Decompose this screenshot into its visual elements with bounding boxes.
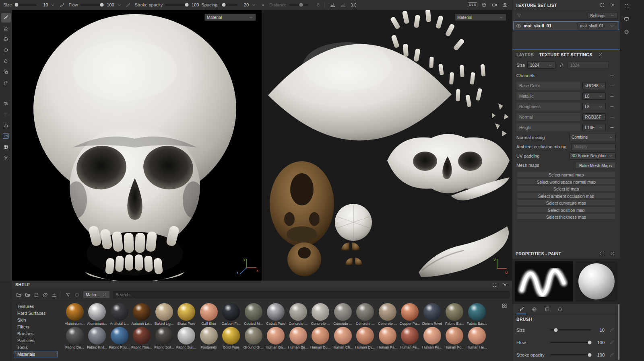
tab-stencil-icon[interactable] <box>542 304 552 314</box>
tab-close-icon[interactable] <box>598 52 604 57</box>
material-item[interactable]: Fabric Knit... <box>86 327 108 349</box>
material-item[interactable]: Fabric Rou... <box>131 327 153 349</box>
size-chevron-icon[interactable] <box>50 2 56 8</box>
spacing-slider-handle[interactable] <box>222 3 225 7</box>
display-settings-icon[interactable] <box>622 14 631 23</box>
flow-slider[interactable] <box>80 4 103 6</box>
channel-name[interactable]: Height <box>516 123 580 131</box>
transform-gizmo-icon[interactable] <box>350 1 358 9</box>
distance-slider[interactable] <box>289 4 308 6</box>
smudge-tool[interactable] <box>1 56 11 66</box>
material-item[interactable]: Human Be... <box>287 327 309 349</box>
brush-stroke-preview[interactable] <box>515 261 573 302</box>
plugins-icon[interactable] <box>1 153 11 162</box>
slider-track[interactable] <box>550 354 591 355</box>
shelf-category-textures[interactable]: Textures <box>14 303 58 310</box>
material-item[interactable]: Baked Lig... <box>153 303 175 326</box>
shelf-category-brushes[interactable]: Brushes <box>14 330 58 337</box>
slider-track[interactable] <box>550 342 591 343</box>
distance-slider-handle[interactable] <box>299 3 303 7</box>
spacing-slider[interactable] <box>220 4 237 6</box>
slider-handle[interactable] <box>588 353 591 357</box>
size-slider-handle[interactable] <box>15 3 19 7</box>
channel-name[interactable]: Normal <box>516 113 580 121</box>
material-item[interactable]: Concrete ... <box>376 303 398 326</box>
select-map-button[interactable]: Select position map <box>517 207 615 213</box>
projection-tool[interactable] <box>1 35 11 44</box>
properties-expand-icon[interactable] <box>598 250 606 258</box>
material-item[interactable]: Denim Rivet <box>421 303 443 326</box>
material-item[interactable]: Coated M... <box>242 303 264 326</box>
paint-tool[interactable] <box>1 13 11 23</box>
flow-slider-handle[interactable] <box>100 3 103 7</box>
material-item[interactable]: Human Ch... <box>332 327 354 349</box>
shelf-category-particles[interactable]: Particles <box>14 337 58 344</box>
visibility-eye-icon[interactable] <box>515 23 522 29</box>
viewport-3d[interactable]: Material y x z <box>12 10 262 281</box>
texture-set-list-expand-icon[interactable] <box>598 1 606 9</box>
import-resources-icon[interactable] <box>50 291 58 299</box>
viewport-3d-material-dropdown[interactable]: Material <box>204 14 256 21</box>
uv-padding-dropdown[interactable]: 3D Space Neighbor <box>569 152 616 160</box>
texture-set-filter-icon[interactable] <box>515 12 523 20</box>
folder-icon[interactable] <box>14 291 23 299</box>
stroke-opacity-slider-handle[interactable] <box>185 3 188 7</box>
channel-format-dropdown[interactable]: L16F <box>582 124 606 131</box>
size-dropdown[interactable]: 1024 <box>527 62 555 69</box>
select-map-button[interactable]: Select ambient occlusion map <box>517 193 615 199</box>
material-picker-tool[interactable] <box>1 78 11 88</box>
flow-chevron-icon[interactable] <box>117 2 122 8</box>
pencil-toggle-icon[interactable] <box>608 351 616 359</box>
lock-ratio-icon[interactable] <box>558 61 565 69</box>
shelf-category-tools[interactable]: Tools <box>14 344 58 351</box>
material-item[interactable]: Concrete ... <box>332 303 354 326</box>
material-item[interactable]: Human Ba... <box>265 327 287 349</box>
material-item[interactable]: Fabric Sof... <box>153 327 175 349</box>
camera-settings-icon[interactable] <box>490 1 498 9</box>
filter-icon[interactable] <box>64 291 72 299</box>
export-icon[interactable] <box>1 120 11 130</box>
properties-close-icon[interactable] <box>609 250 617 258</box>
stroke-opacity-slider[interactable] <box>165 4 188 6</box>
shelf-category-skin[interactable]: Skin <box>14 317 58 323</box>
new-folder-icon[interactable] <box>23 291 31 299</box>
screenshot-icon[interactable] <box>501 1 509 9</box>
channel-remove-button[interactable] <box>608 92 616 100</box>
viewport-2d-material-dropdown[interactable]: Material <box>455 14 506 21</box>
material-item[interactable]: Brass Pure <box>175 303 198 326</box>
polygon-fill-tool[interactable] <box>1 45 11 55</box>
channel-format-dropdown[interactable]: RGB16F <box>582 113 606 121</box>
shelf-expand-icon[interactable] <box>490 281 498 289</box>
material-item[interactable]: Autumn Le... <box>131 303 153 326</box>
grid-view-icon[interactable] <box>502 303 507 308</box>
material-item[interactable]: Concrete ... <box>310 303 332 326</box>
slider-track[interactable] <box>550 329 591 330</box>
photoshop-icon[interactable]: Ps <box>1 131 11 141</box>
channel-format-dropdown[interactable]: L8 <box>582 92 606 100</box>
pressure-toggle-icon[interactable] <box>124 1 132 9</box>
text-tool[interactable] <box>1 109 11 119</box>
material-item[interactable]: Ground Gr... <box>242 327 264 349</box>
material-item[interactable]: Fabric Suit... <box>175 327 198 349</box>
particles-tool[interactable] <box>1 98 11 108</box>
material-item[interactable]: Human Ey... <box>354 327 376 349</box>
slider-handle[interactable] <box>588 340 591 344</box>
material-sphere-preview[interactable] <box>576 261 617 302</box>
material-item[interactable]: Gold Pure <box>220 327 242 349</box>
perspective-toggle-icon[interactable] <box>480 1 488 9</box>
channel-format-dropdown[interactable]: L8 <box>582 103 606 110</box>
material-item[interactable]: Carbon Fi... <box>220 303 242 326</box>
channel-name[interactable]: Base Color <box>516 82 580 90</box>
filter-chip[interactable]: Mater... <box>83 291 109 298</box>
falloff-icon[interactable] <box>339 1 347 9</box>
material-item[interactable]: Calf Skin <box>198 303 220 326</box>
texture-set-row[interactable]: mat_skull_01 mat_skull_01 <box>513 21 619 30</box>
channel-name[interactable]: Metallic <box>516 92 580 100</box>
material-item[interactable]: Fabric Bas... <box>466 303 488 326</box>
resources-icon[interactable] <box>1 142 11 152</box>
material-item[interactable]: Human Fe... <box>399 327 421 349</box>
pencil-toggle-icon[interactable] <box>608 338 616 347</box>
material-item[interactable]: Aluminium... <box>64 303 86 326</box>
material-item[interactable]: Artificial L... <box>108 303 130 326</box>
add-channel-icon[interactable] <box>608 72 616 80</box>
